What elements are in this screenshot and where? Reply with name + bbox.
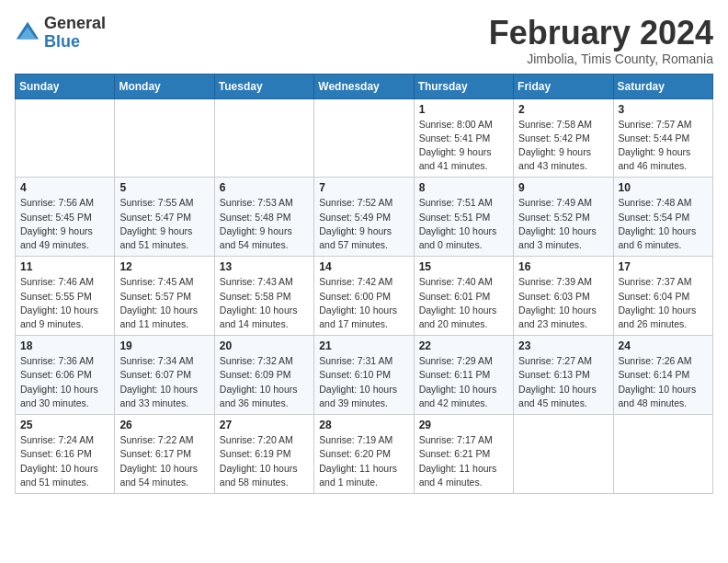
day-info: Sunrise: 8:00 AMSunset: 5:41 PMDaylight:…	[419, 118, 508, 174]
day-number: 7	[319, 181, 408, 194]
location-subtitle: Jimbolia, Timis County, Romania	[489, 52, 713, 66]
day-number: 11	[20, 260, 109, 273]
week-row-1: 1Sunrise: 8:00 AMSunset: 5:41 PMDaylight…	[16, 98, 713, 178]
calendar-cell: 23Sunrise: 7:27 AMSunset: 6:13 PMDayligh…	[514, 336, 613, 415]
calendar-cell: 21Sunrise: 7:31 AMSunset: 6:10 PMDayligh…	[314, 336, 414, 415]
calendar-cell	[613, 415, 712, 494]
day-number: 18	[20, 339, 109, 352]
calendar-table: SundayMondayTuesdayWednesdayThursdayFrid…	[15, 74, 713, 494]
page-header: General Blue February 2024 Jimbolia, Tim…	[15, 15, 713, 66]
day-number: 17	[619, 260, 708, 273]
weekday-header-sunday: Sunday	[16, 74, 115, 98]
weekday-header-tuesday: Tuesday	[214, 74, 313, 98]
day-info: Sunrise: 7:48 AMSunset: 5:54 PMDaylight:…	[619, 196, 708, 252]
calendar-cell: 19Sunrise: 7:34 AMSunset: 6:07 PMDayligh…	[115, 336, 214, 415]
day-info: Sunrise: 7:37 AMSunset: 6:04 PMDaylight:…	[619, 275, 708, 331]
day-number: 13	[220, 260, 309, 273]
title-block: February 2024 Jimbolia, Timis County, Ro…	[489, 15, 713, 66]
calendar-cell: 6Sunrise: 7:53 AMSunset: 5:48 PMDaylight…	[214, 178, 313, 257]
logo-blue-text: Blue	[44, 32, 80, 51]
day-number: 24	[619, 339, 708, 352]
day-info: Sunrise: 7:57 AMSunset: 5:44 PMDaylight:…	[619, 118, 708, 174]
week-row-4: 18Sunrise: 7:36 AMSunset: 6:06 PMDayligh…	[16, 336, 713, 415]
day-number: 10	[619, 181, 708, 194]
calendar-cell: 14Sunrise: 7:42 AMSunset: 6:00 PMDayligh…	[314, 257, 414, 336]
calendar-cell: 3Sunrise: 7:57 AMSunset: 5:44 PMDaylight…	[613, 98, 712, 178]
week-row-3: 11Sunrise: 7:46 AMSunset: 5:55 PMDayligh…	[16, 257, 713, 336]
calendar-cell: 9Sunrise: 7:49 AMSunset: 5:52 PMDaylight…	[514, 178, 613, 257]
day-number: 26	[119, 419, 209, 431]
calendar-cell: 1Sunrise: 8:00 AMSunset: 5:41 PMDaylight…	[414, 98, 513, 178]
calendar-cell: 18Sunrise: 7:36 AMSunset: 6:06 PMDayligh…	[16, 336, 115, 415]
day-number: 14	[319, 260, 408, 273]
day-number: 12	[119, 260, 209, 273]
day-info: Sunrise: 7:46 AMSunset: 5:55 PMDaylight:…	[20, 275, 109, 331]
day-info: Sunrise: 7:40 AMSunset: 6:01 PMDaylight:…	[419, 275, 508, 331]
day-number: 2	[518, 103, 608, 116]
calendar-cell: 12Sunrise: 7:45 AMSunset: 5:57 PMDayligh…	[115, 257, 214, 336]
calendar-cell: 11Sunrise: 7:46 AMSunset: 5:55 PMDayligh…	[16, 257, 115, 336]
day-info: Sunrise: 7:56 AMSunset: 5:45 PMDaylight:…	[20, 196, 109, 252]
day-info: Sunrise: 7:55 AMSunset: 5:47 PMDaylight:…	[119, 196, 209, 252]
day-info: Sunrise: 7:26 AMSunset: 6:14 PMDaylight:…	[619, 354, 708, 410]
day-info: Sunrise: 7:49 AMSunset: 5:52 PMDaylight:…	[518, 196, 608, 252]
day-number: 16	[518, 260, 608, 273]
day-info: Sunrise: 7:45 AMSunset: 5:57 PMDaylight:…	[119, 275, 209, 331]
calendar-cell	[214, 98, 313, 178]
calendar-cell: 2Sunrise: 7:58 AMSunset: 5:42 PMDaylight…	[514, 98, 613, 178]
calendar-cell	[514, 415, 613, 494]
weekday-header-friday: Friday	[514, 74, 613, 98]
day-info: Sunrise: 7:51 AMSunset: 5:51 PMDaylight:…	[419, 196, 508, 252]
day-number: 20	[220, 339, 309, 352]
calendar-cell: 10Sunrise: 7:48 AMSunset: 5:54 PMDayligh…	[613, 178, 712, 257]
day-info: Sunrise: 7:27 AMSunset: 6:13 PMDaylight:…	[518, 354, 608, 410]
day-number: 28	[319, 419, 408, 431]
calendar-cell: 8Sunrise: 7:51 AMSunset: 5:51 PMDaylight…	[414, 178, 513, 257]
month-title: February 2024	[489, 15, 713, 52]
day-number: 23	[518, 339, 608, 352]
day-info: Sunrise: 7:19 AMSunset: 6:20 PMDaylight:…	[319, 433, 408, 489]
weekday-header-row: SundayMondayTuesdayWednesdayThursdayFrid…	[16, 74, 713, 98]
calendar-cell: 20Sunrise: 7:32 AMSunset: 6:09 PMDayligh…	[214, 336, 313, 415]
day-number: 19	[119, 339, 209, 352]
week-row-5: 25Sunrise: 7:24 AMSunset: 6:16 PMDayligh…	[16, 415, 713, 494]
day-info: Sunrise: 7:22 AMSunset: 6:17 PMDaylight:…	[119, 433, 209, 489]
weekday-header-thursday: Thursday	[414, 74, 513, 98]
day-number: 5	[119, 181, 209, 194]
logo-icon	[15, 20, 40, 46]
day-number: 8	[419, 181, 508, 194]
day-number: 4	[20, 181, 109, 194]
calendar-cell: 28Sunrise: 7:19 AMSunset: 6:20 PMDayligh…	[314, 415, 414, 494]
calendar-cell: 27Sunrise: 7:20 AMSunset: 6:19 PMDayligh…	[214, 415, 313, 494]
calendar-cell	[16, 98, 115, 178]
calendar-cell: 7Sunrise: 7:52 AMSunset: 5:49 PMDaylight…	[314, 178, 414, 257]
day-info: Sunrise: 7:52 AMSunset: 5:49 PMDaylight:…	[319, 196, 408, 252]
calendar-cell: 22Sunrise: 7:29 AMSunset: 6:11 PMDayligh…	[414, 336, 513, 415]
calendar-cell: 26Sunrise: 7:22 AMSunset: 6:17 PMDayligh…	[115, 415, 214, 494]
day-number: 9	[518, 181, 608, 194]
calendar-cell: 24Sunrise: 7:26 AMSunset: 6:14 PMDayligh…	[613, 336, 712, 415]
logo: General Blue	[15, 15, 106, 52]
day-info: Sunrise: 7:31 AMSunset: 6:10 PMDaylight:…	[319, 354, 408, 410]
day-number: 25	[20, 419, 109, 431]
logo-general-text: General	[44, 14, 106, 32]
day-info: Sunrise: 7:29 AMSunset: 6:11 PMDaylight:…	[419, 354, 508, 410]
calendar-cell: 16Sunrise: 7:39 AMSunset: 6:03 PMDayligh…	[514, 257, 613, 336]
day-number: 27	[220, 419, 309, 431]
calendar-cell: 15Sunrise: 7:40 AMSunset: 6:01 PMDayligh…	[414, 257, 513, 336]
week-row-2: 4Sunrise: 7:56 AMSunset: 5:45 PMDaylight…	[16, 178, 713, 257]
weekday-header-saturday: Saturday	[613, 74, 712, 98]
day-info: Sunrise: 7:34 AMSunset: 6:07 PMDaylight:…	[119, 354, 209, 410]
calendar-cell	[115, 98, 214, 178]
day-number: 21	[319, 339, 408, 352]
calendar-cell	[314, 98, 414, 178]
day-info: Sunrise: 7:42 AMSunset: 6:00 PMDaylight:…	[319, 275, 408, 331]
calendar-cell: 13Sunrise: 7:43 AMSunset: 5:58 PMDayligh…	[214, 257, 313, 336]
calendar-cell: 29Sunrise: 7:17 AMSunset: 6:21 PMDayligh…	[414, 415, 513, 494]
calendar-cell: 17Sunrise: 7:37 AMSunset: 6:04 PMDayligh…	[613, 257, 712, 336]
day-number: 15	[419, 260, 508, 273]
day-info: Sunrise: 7:17 AMSunset: 6:21 PMDaylight:…	[419, 433, 508, 489]
day-info: Sunrise: 7:39 AMSunset: 6:03 PMDaylight:…	[518, 275, 608, 331]
day-info: Sunrise: 7:43 AMSunset: 5:58 PMDaylight:…	[220, 275, 309, 331]
day-info: Sunrise: 7:58 AMSunset: 5:42 PMDaylight:…	[518, 118, 608, 174]
